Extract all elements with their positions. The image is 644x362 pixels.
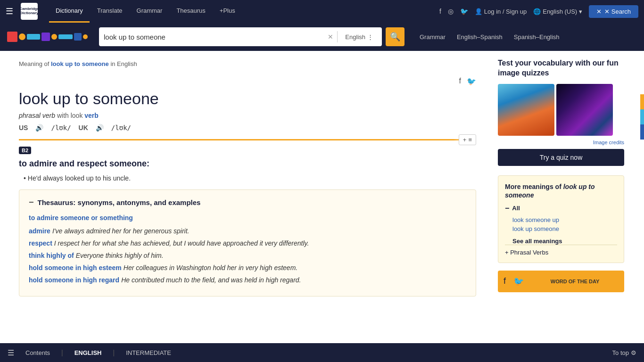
login-button[interactable]: 👤 Log in / Sign up (475, 8, 527, 15)
nav-link-thesaurus[interactable]: Thesaurus (170, 0, 212, 23)
hamburger-icon[interactable]: ☰ (6, 6, 13, 16)
meanings-links: look someone up look up someone (505, 216, 617, 232)
word-of-day-label: WORD OF THE DAY (531, 279, 619, 284)
uk-phonetic: /lʊk/ (111, 124, 131, 132)
share-row: f 🐦 (19, 77, 476, 86)
word-meta: phrasal verb with look verb (19, 112, 476, 119)
term-admire[interactable]: admire (29, 227, 50, 235)
collapse-all-icon: − (505, 204, 509, 213)
color-bars (640, 94, 644, 140)
close-icon: ✕ (596, 8, 602, 15)
sidebar-social: f 🐦 WORD OF THE DAY (498, 271, 624, 292)
slide-image (498, 84, 554, 136)
nav-spanish-english[interactable]: Spanish–English (514, 33, 560, 41)
language-selector[interactable]: 🌐 English (US) ▾ (533, 8, 582, 15)
search-input-wrapper: ✕ English ⋮ (99, 27, 382, 46)
user-icon: 👤 (475, 8, 482, 15)
thesaurus-header[interactable]: − Thesaurus: synonyms, antonyms, and exa… (29, 197, 466, 207)
term-hold-esteem[interactable]: hold someone in high esteem (29, 264, 122, 272)
page-layout: Meaning of look up to someone in English… (0, 51, 644, 343)
image-credits-link[interactable]: Image credits (498, 140, 624, 145)
level-badge: B2 (19, 147, 31, 154)
nav-grammar[interactable]: Grammar (420, 33, 446, 41)
uk-audio-button[interactable]: 🔊 (96, 124, 104, 132)
search-area-wrapper: ✕ English ⋮ 🔍 Grammar English–Spanish Sp… (0, 23, 644, 51)
nav-link-dictionary[interactable]: Dictionary (49, 0, 90, 23)
sidebar: Test your vocabulary with our fun image … (490, 51, 632, 343)
plus-icon: + (463, 136, 467, 143)
nav-link-translate[interactable]: Translate (91, 0, 129, 23)
quiz-images (498, 84, 624, 136)
second-nav: Grammar English–Spanish Spanish–English (420, 33, 560, 41)
term-hold-regard[interactable]: hold someone in high regard (29, 276, 119, 284)
quiz-image-wheel[interactable] (556, 84, 613, 136)
meaning-link-look-up-someone[interactable]: look up someone (512, 225, 617, 232)
thesaurus-item-hold-esteem: hold someone in high esteem Her colleagu… (29, 264, 466, 272)
definition: to admire and respect someone: (19, 159, 476, 169)
meaning-link-look-someone-up[interactable]: look someone up (512, 216, 617, 223)
collapse-icon: − (29, 197, 34, 207)
sidebar-twitter-icon[interactable]: 🐦 (513, 276, 524, 287)
thesaurus-item-think-highly: think highly of Everyone thinks highly o… (29, 252, 466, 259)
quiz-title: Test your vocabulary with our fun image … (498, 58, 624, 78)
quiz-section: Test your vocabulary with our fun image … (498, 58, 624, 166)
thesaurus-section: − Thesaurus: synonyms, antonyms, and exa… (19, 189, 476, 296)
color-bar-blue (640, 109, 644, 124)
quiz-image-slide[interactable] (498, 84, 554, 136)
search-button-top[interactable]: ✕ ✕ Search (589, 5, 638, 18)
nav-links: Dictionary Translate Grammar Thesaurus +… (49, 0, 436, 23)
thesaurus-item-admire: admire I've always admired her for her g… (29, 227, 466, 235)
color-bar-orange (640, 94, 644, 109)
share-facebook-icon[interactable]: f (459, 77, 461, 86)
breadcrumb-word[interactable]: look up to someone (51, 60, 109, 67)
nav-link-plus[interactable]: +Plus (213, 0, 242, 23)
instagram-icon[interactable]: ◎ (448, 8, 454, 15)
color-bar-dark-blue (640, 124, 644, 140)
sidebar-facebook-icon[interactable]: f (504, 276, 506, 286)
thesaurus-subheader-link[interactable]: to admire someone or something (29, 214, 133, 222)
phrasal-verbs-row[interactable]: + Phrasal Verbs (505, 245, 617, 256)
term-respect[interactable]: respect (29, 239, 52, 247)
breadcrumb: Meaning of look up to someone in English (19, 60, 476, 67)
meanings-all-label: − All (505, 204, 617, 213)
pronunciation: US 🔊 /lʊk/ UK 🔊 /lʊk/ (19, 124, 476, 132)
search-input[interactable] (104, 33, 324, 41)
search-submit-button[interactable]: 🔍 (386, 27, 405, 46)
us-audio-button[interactable]: 🔊 (35, 124, 43, 132)
clear-icon[interactable]: ✕ (328, 33, 333, 41)
chevron-down-icon: ⋮ (367, 33, 373, 41)
verb-link[interactable]: verb (84, 112, 99, 119)
example: • He'd always looked up to his uncle. (19, 174, 476, 182)
logo-box: CambridgeDictionary (21, 3, 38, 20)
thesaurus-item-hold-regard: hold someone in high regard He contribut… (29, 276, 466, 284)
term-think-highly[interactable]: think highly of (29, 252, 74, 259)
logo-area[interactable]: CambridgeDictionary (21, 3, 38, 20)
more-meanings-section: More meanings of look up to someone − Al… (498, 175, 624, 263)
globe-icon: 🌐 (533, 8, 541, 15)
quiz-button[interactable]: Try a quiz now (498, 149, 624, 166)
us-phonetic: /lʊk/ (51, 124, 71, 132)
expand-button[interactable]: + ≡ (459, 134, 476, 145)
twitter-icon[interactable]: 🐦 (460, 8, 468, 15)
share-twitter-icon[interactable]: 🐦 (467, 77, 476, 86)
list-icon: ≡ (468, 136, 472, 143)
see-all-meanings-link[interactable]: See all meanings (505, 238, 562, 245)
more-meanings-title: More meanings of look up to someone (505, 182, 617, 199)
logo-text: CambridgeDictionary (19, 7, 39, 16)
lang-divider (337, 31, 338, 42)
chevron-down-icon: ▾ (579, 8, 582, 15)
nav-link-grammar[interactable]: Grammar (130, 0, 169, 23)
word-pos: phrasal verb (19, 112, 55, 119)
thesaurus-subheader: to admire someone or something (29, 214, 466, 222)
wheel-image (556, 84, 613, 136)
lang-selector[interactable]: English ⋮ (341, 33, 377, 41)
nav-social: f ◎ 🐦 👤 Log in / Sign up 🌐 English (US) … (439, 5, 638, 18)
deco-area (0, 23, 94, 51)
facebook-icon[interactable]: f (439, 8, 441, 15)
word-title: look up to someone (19, 90, 476, 108)
nav-english-spanish[interactable]: English–Spanish (457, 33, 503, 41)
divider-line: + ≡ (19, 139, 476, 140)
main-content: Meaning of look up to someone in English… (0, 51, 490, 343)
thesaurus-item-respect: respect I respect her for what she has a… (29, 239, 466, 247)
top-nav: ☰ CambridgeDictionary Dictionary Transla… (0, 0, 644, 23)
